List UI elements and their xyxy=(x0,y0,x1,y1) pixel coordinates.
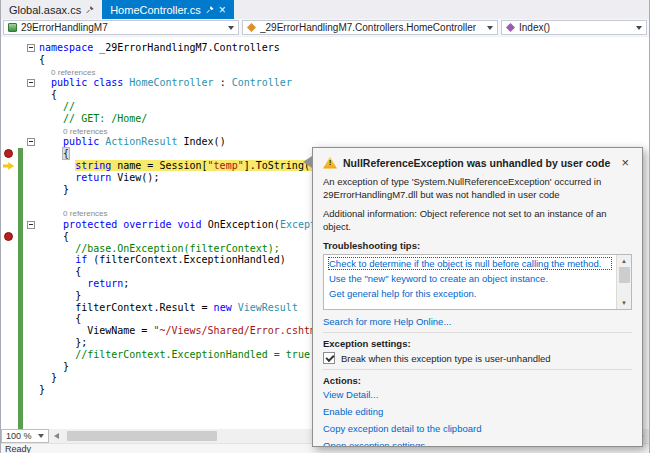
zoom-control[interactable]: 100 % xyxy=(1,429,49,443)
code-line-text: } xyxy=(39,372,57,384)
code-line-text: } xyxy=(39,184,69,196)
outlining-margin xyxy=(23,313,39,325)
vs-window: Global.asax.cs HomeController.cs × 29Err… xyxy=(0,0,650,453)
breakpoint-margin[interactable] xyxy=(1,420,18,430)
breakpoint-margin[interactable] xyxy=(1,337,18,349)
breakpoint-margin[interactable] xyxy=(1,101,18,113)
breakpoint-margin[interactable] xyxy=(1,89,18,101)
code-line-text: //filterContext.ExceptionHandled = true; xyxy=(39,349,316,361)
breakpoint-margin[interactable] xyxy=(1,325,18,337)
pin-icon[interactable] xyxy=(206,6,214,14)
pin-icon[interactable] xyxy=(86,6,94,14)
chevron-down-icon xyxy=(636,26,642,30)
tab-label: Global.asax.cs xyxy=(9,4,81,16)
scrollbar-thumb[interactable] xyxy=(619,267,630,283)
code-line-text: } xyxy=(39,290,81,302)
project-dropdown[interactable]: 29ErrorHandlingM7 xyxy=(3,20,239,35)
code-line-text: filterContext.Result = new ViewResult xyxy=(39,302,298,314)
code-line-text: //base.OnException(filterContext); xyxy=(39,243,280,255)
breakpoint-margin[interactable] xyxy=(1,302,18,314)
horizontal-scrollbar-thumb[interactable] xyxy=(67,431,217,441)
breakpoint-margin[interactable] xyxy=(1,243,18,255)
outlining-margin xyxy=(23,160,39,172)
troubleshooting-tip-link[interactable]: Use the "new" keyword to create an objec… xyxy=(329,273,611,284)
breakpoint-icon[interactable] xyxy=(4,149,13,158)
fold-toggle-icon[interactable] xyxy=(27,138,35,146)
close-tab-icon[interactable]: × xyxy=(219,4,226,16)
tab-homecontroller[interactable]: HomeController.cs × xyxy=(102,0,234,19)
outlining-margin xyxy=(23,207,39,219)
class-icon xyxy=(247,23,256,32)
breakpoint-margin[interactable] xyxy=(1,349,18,361)
outlining-margin xyxy=(23,42,39,54)
code-line-text: ViewName = "~/Views/Shared/Error.cshtml xyxy=(39,325,322,337)
dialog-close-icon[interactable]: × xyxy=(618,156,632,169)
outlining-margin xyxy=(23,195,39,207)
scroll-down-icon[interactable]: ▼ xyxy=(617,297,632,309)
outlining-margin xyxy=(23,254,39,266)
outlining-margin xyxy=(23,361,39,373)
breakpoint-margin[interactable] xyxy=(1,160,18,172)
tab-label: HomeController.cs xyxy=(110,4,200,16)
code-line-text: { xyxy=(39,54,45,66)
breakpoint-margin[interactable] xyxy=(1,42,18,54)
breakpoint-margin[interactable] xyxy=(1,195,18,207)
troubleshooting-tip-link[interactable]: Check to determine if the object is null… xyxy=(329,258,611,269)
breakpoint-margin[interactable] xyxy=(1,172,18,184)
fold-toggle-icon[interactable] xyxy=(27,79,35,87)
breakpoint-margin[interactable] xyxy=(1,219,18,231)
breakpoint-margin[interactable] xyxy=(1,290,18,302)
fold-toggle-icon[interactable] xyxy=(27,44,35,52)
break-checkbox[interactable] xyxy=(323,352,335,364)
code-line-text: public ActionResult Index() xyxy=(39,136,226,148)
fold-toggle-icon[interactable] xyxy=(27,221,35,229)
break-checkbox-label: Break when this exception type is user-u… xyxy=(341,353,551,364)
troubleshooting-tip-link[interactable]: Get general help for this exception. xyxy=(329,288,611,299)
breakpoint-margin[interactable] xyxy=(1,54,18,66)
breakpoint-margin[interactable] xyxy=(1,254,18,266)
breakpoint-margin[interactable] xyxy=(1,184,18,196)
code-line: { xyxy=(1,54,649,66)
code-line-text: namespace _29ErrorHandlingM7.Controllers xyxy=(39,42,280,54)
breakpoint-margin[interactable] xyxy=(1,313,18,325)
breakpoint-margin[interactable] xyxy=(1,77,18,89)
breakpoint-margin[interactable] xyxy=(1,384,18,396)
search-help-online-link[interactable]: Search for more Help Online... xyxy=(323,316,632,327)
breakpoint-margin[interactable] xyxy=(1,372,18,384)
outlining-margin xyxy=(23,113,39,125)
breakpoint-margin[interactable] xyxy=(1,207,18,219)
action-link[interactable]: Open exception settings xyxy=(323,440,632,447)
breakpoint-margin[interactable] xyxy=(1,66,18,78)
breakpoint-margin[interactable] xyxy=(1,231,18,243)
exception-additional-info: Additional information: Object reference… xyxy=(323,208,632,233)
current-statement-arrow-icon xyxy=(3,162,14,170)
troubleshooting-tips-header: Troubleshooting tips: xyxy=(323,240,632,251)
type-dropdown[interactable]: _29ErrorHandlingM7.Controllers.HomeContr… xyxy=(242,20,498,35)
outlining-margin xyxy=(23,408,39,420)
breakpoint-margin[interactable] xyxy=(1,113,18,125)
scroll-left-icon[interactable] xyxy=(54,433,59,439)
tips-vertical-scrollbar[interactable]: ▲ ▼ xyxy=(616,255,631,309)
outlining-margin xyxy=(23,302,39,314)
breakpoint-margin[interactable] xyxy=(1,361,18,373)
breakpoint-margin[interactable] xyxy=(1,396,18,408)
scroll-up-icon[interactable]: ▲ xyxy=(617,255,632,267)
breakpoint-margin[interactable] xyxy=(1,408,18,420)
code-line-text: } xyxy=(39,384,45,396)
outlining-margin xyxy=(23,125,39,137)
action-link[interactable]: Copy exception detail to the clipboard xyxy=(323,423,632,434)
outlining-margin xyxy=(23,290,39,302)
tab-global-asax[interactable]: Global.asax.cs xyxy=(1,0,102,19)
breakpoint-margin[interactable] xyxy=(1,136,18,148)
outlining-margin xyxy=(23,396,39,408)
outlining-margin xyxy=(23,243,39,255)
zoom-level-label: 100 % xyxy=(6,431,32,441)
breakpoint-margin[interactable] xyxy=(1,266,18,278)
member-dropdown[interactable]: Index() xyxy=(501,20,647,35)
breakpoint-margin[interactable] xyxy=(1,125,18,137)
action-link[interactable]: Enable editing xyxy=(323,406,632,417)
breakpoint-margin[interactable] xyxy=(1,148,18,160)
breakpoint-icon[interactable] xyxy=(4,232,13,241)
breakpoint-margin[interactable] xyxy=(1,278,18,290)
action-link[interactable]: View Detail... xyxy=(323,389,632,400)
